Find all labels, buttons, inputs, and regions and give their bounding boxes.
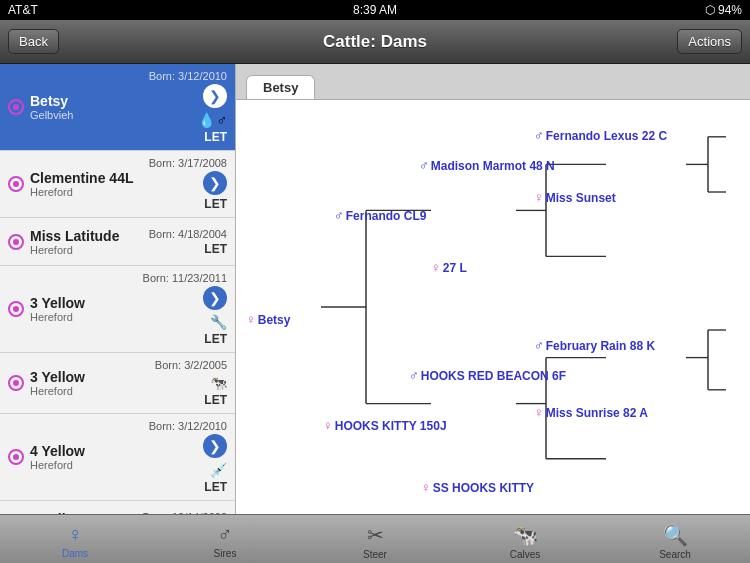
- nav-bar: Back Cattle: Dams Actions: [0, 20, 750, 64]
- pedigree-tab-bar: Betsy: [236, 64, 750, 100]
- item-name-1: Clementine 44L: [30, 170, 149, 186]
- item-date-4: Born: 3/2/2005: [155, 359, 227, 371]
- list-item-2[interactable]: Miss LatitudeHerefordBorn: 4/18/2004LET: [0, 218, 235, 266]
- item-tag-4: LET: [204, 393, 227, 407]
- item-date-5: Born: 3/12/2010: [149, 420, 227, 432]
- item-name-0: Betsy: [30, 93, 149, 109]
- status-bar: AT&T 8:39 AM ⬡ 94%: [0, 0, 750, 20]
- item-date-1: Born: 3/17/2008: [149, 157, 227, 169]
- item-breed-4: Hereford: [30, 385, 155, 397]
- pedigree-area: ♀Betsy ♂Fernando CL9 ♀HOOKS KITTY 150J ♂…: [236, 100, 750, 514]
- item-name-4: 3 Yellow: [30, 369, 155, 385]
- node-ds-sire: ♂February Rain 88 K: [534, 338, 655, 353]
- female-icon-5: [8, 449, 24, 465]
- nav-title: Cattle: Dams: [323, 32, 427, 52]
- tab-dams[interactable]: ♀Dams: [0, 519, 150, 559]
- tab-icon-steer: ✂: [367, 523, 384, 547]
- carrier-wifi: AT&T: [8, 3, 38, 17]
- item-icons-3: 🔧: [210, 314, 227, 330]
- item-tag-1: LET: [204, 197, 227, 211]
- pedigree-panel: Betsy: [236, 64, 750, 514]
- item-name-2: Miss Latitude: [30, 228, 149, 244]
- list-item-5[interactable]: 4 YellowHerefordBorn: 3/12/2010❯💉LET: [0, 414, 235, 501]
- node-dam-dam: ♀SS HOOKS KITTY: [421, 480, 534, 495]
- item-icons-4: 🐄: [210, 375, 227, 391]
- node-sire: ♂Fernando CL9: [334, 208, 426, 223]
- item-name-5: 4 Yellow: [30, 443, 149, 459]
- tab-label-sires: Sires: [214, 548, 237, 559]
- item-date-0: Born: 3/12/2010: [149, 70, 227, 82]
- item-date-2: Born: 4/18/2004: [149, 228, 227, 240]
- battery-bluetooth: ⬡ 94%: [705, 3, 742, 17]
- list-item-0[interactable]: BetsyGelbviehBorn: 3/12/2010❯💧♂LET: [0, 64, 235, 151]
- main-layout: BetsyGelbviehBorn: 3/12/2010❯💧♂LETClemen…: [0, 64, 750, 514]
- item-name-6: 4 Yellow: [30, 511, 143, 515]
- back-button[interactable]: Back: [8, 29, 59, 54]
- time: 8:39 AM: [353, 3, 397, 17]
- pedigree-tab-betsy[interactable]: Betsy: [246, 75, 315, 99]
- tab-label-calves: Calves: [510, 549, 541, 560]
- female-icon-2: [8, 234, 24, 250]
- chevron-button-5[interactable]: ❯: [203, 434, 227, 458]
- node-dam: ♀HOOKS KITTY 150J: [323, 418, 447, 433]
- item-date-3: Born: 11/23/2011: [143, 272, 227, 284]
- tab-icon-sires: ♂: [218, 523, 233, 546]
- item-breed-2: Hereford: [30, 244, 149, 256]
- item-tag-0: LET: [204, 130, 227, 144]
- chevron-button-1[interactable]: ❯: [203, 171, 227, 195]
- tab-icon-search: 🔍: [663, 523, 688, 547]
- node-ss-sire: ♂Fernando Lexus 22 C: [534, 128, 667, 143]
- item-date-6: Born: 10/14/2008: [143, 511, 227, 515]
- item-name-3: 3 Yellow: [30, 295, 143, 311]
- tab-label-search: Search: [659, 549, 691, 560]
- tab-bar: ♀Dams♂Sires✂Steer🐄Calves🔍Search: [0, 514, 750, 563]
- tab-steer[interactable]: ✂Steer: [300, 519, 450, 560]
- tab-label-steer: Steer: [363, 549, 387, 560]
- chevron-button-3[interactable]: ❯: [203, 286, 227, 310]
- tab-label-dams: Dams: [62, 548, 88, 559]
- female-icon-3: [8, 301, 24, 317]
- item-breed-1: Hereford: [30, 186, 149, 198]
- list-item-6[interactable]: 4 YellowHerefordBorn: 10/14/2008BP: [0, 501, 235, 514]
- item-tag-2: LET: [204, 242, 227, 256]
- item-icons-0: 💧♂: [198, 112, 228, 128]
- chevron-button-0[interactable]: ❯: [203, 84, 227, 108]
- tab-search[interactable]: 🔍Search: [600, 519, 750, 560]
- node-dam-sire: ♂HOOKS RED BEACON 6F: [409, 368, 566, 383]
- tab-calves[interactable]: 🐄Calves: [450, 519, 600, 560]
- list-item-1[interactable]: Clementine 44LHerefordBorn: 3/17/2008❯LE…: [0, 151, 235, 218]
- node-sire-sire: ♂Madison Marmot 48 N: [419, 158, 555, 173]
- item-icons-5: 💉: [210, 462, 227, 478]
- item-tag-5: LET: [204, 480, 227, 494]
- item-breed-3: Hereford: [30, 311, 143, 323]
- female-icon-4: [8, 375, 24, 391]
- node-betsy: ♀Betsy: [246, 312, 290, 327]
- list-panel: BetsyGelbviehBorn: 3/12/2010❯💧♂LETClemen…: [0, 64, 236, 514]
- item-tag-3: LET: [204, 332, 227, 346]
- item-breed-5: Hereford: [30, 459, 149, 471]
- female-icon-0: [8, 99, 24, 115]
- tab-icon-calves: 🐄: [513, 523, 538, 547]
- list-item-4[interactable]: 3 YellowHerefordBorn: 3/2/2005🐄LET: [0, 353, 235, 414]
- actions-button[interactable]: Actions: [677, 29, 742, 54]
- node-ds-dam: ♀Miss Sunrise 82 A: [534, 405, 648, 420]
- tab-icon-dams: ♀: [68, 523, 83, 546]
- female-icon-1: [8, 176, 24, 192]
- item-breed-0: Gelbvieh: [30, 109, 149, 121]
- list-item-3[interactable]: 3 YellowHerefordBorn: 11/23/2011❯🔧LET: [0, 266, 235, 353]
- node-ss-dam: ♀Miss Sunset: [534, 190, 616, 205]
- node-sire-dam: ♀27 L: [431, 260, 467, 275]
- tab-sires[interactable]: ♂Sires: [150, 519, 300, 559]
